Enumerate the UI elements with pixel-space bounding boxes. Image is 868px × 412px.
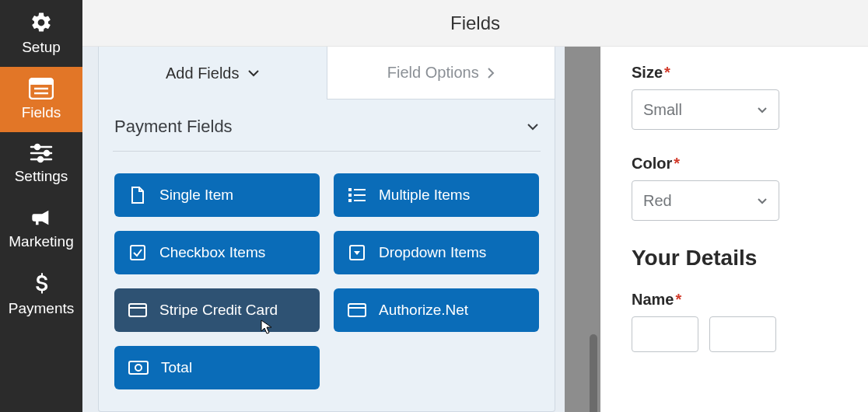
field-single-item[interactable]: Single Item	[114, 173, 320, 217]
chevron-right-icon	[487, 67, 495, 79]
scrollbar-thumb[interactable]	[590, 334, 597, 412]
select-value: Red	[643, 192, 672, 210]
required-indicator: *	[674, 155, 680, 172]
sidebar-item-label: Marketing	[9, 233, 73, 250]
section-payment-fields[interactable]: Payment Fields	[113, 112, 541, 152]
svg-rect-11	[354, 189, 366, 190]
dropdown-icon	[348, 245, 366, 260]
dollar-icon	[33, 272, 49, 295]
field-checkbox-items[interactable]: Checkbox Items	[114, 231, 320, 274]
svg-rect-21	[348, 304, 366, 316]
list-icon	[29, 78, 54, 100]
label-size: Size*	[632, 64, 837, 82]
label-color: Color*	[632, 155, 837, 173]
sliders-icon	[30, 143, 53, 163]
credit-card-icon	[128, 303, 147, 317]
svg-rect-16	[131, 246, 145, 260]
svg-rect-10	[348, 188, 352, 191]
topbar: Fields	[82, 0, 868, 47]
sidebar-item-label: Payments	[9, 300, 74, 317]
select-value: Small	[643, 101, 682, 119]
field-multiple-items[interactable]: Multiple Items	[334, 173, 539, 217]
chevron-down-icon	[757, 197, 768, 204]
field-stripe-credit-card[interactable]: Stripe Credit Card	[114, 288, 320, 332]
tab-add-fields[interactable]: Add Fields	[99, 47, 327, 100]
label-name: Name*	[632, 291, 837, 309]
field-total[interactable]: Total	[114, 346, 320, 389]
bullhorn-icon	[30, 207, 53, 229]
input-last-name[interactable]	[709, 316, 776, 352]
chevron-down-icon	[527, 123, 539, 131]
svg-point-24	[135, 365, 142, 371]
sidebar-item-marketing[interactable]: Marketing	[0, 196, 82, 261]
field-color: Color* Red	[632, 155, 837, 221]
sidebar-item-setup[interactable]: Setup	[0, 0, 82, 67]
file-icon	[128, 187, 147, 204]
field-label: Single Item	[159, 187, 233, 204]
field-label: Dropdown Items	[379, 244, 486, 261]
svg-rect-23	[129, 361, 148, 374]
field-size: Size* Small	[632, 64, 837, 130]
svg-point-5	[35, 145, 40, 149]
field-label: Multiple Items	[379, 187, 470, 204]
field-authorize-net[interactable]: Authorize.Net	[334, 288, 539, 332]
money-icon	[128, 361, 149, 375]
svg-rect-13	[354, 194, 366, 196]
field-name: Name*	[632, 291, 837, 352]
sidebar-item-fields[interactable]: Fields	[0, 67, 82, 132]
chevron-down-icon	[757, 106, 768, 113]
field-label: Stripe Credit Card	[159, 302, 278, 319]
sidebar-item-payments[interactable]: Payments	[0, 261, 82, 328]
page-title: Fields	[450, 12, 500, 34]
select-color[interactable]: Red	[632, 180, 779, 221]
cursor-icon	[261, 319, 273, 335]
builder-tabs: Add Fields Field Options	[99, 47, 555, 100]
chevron-down-icon	[247, 69, 260, 77]
svg-rect-14	[348, 199, 352, 202]
tab-label: Add Fields	[166, 65, 240, 82]
field-label: Authorize.Net	[379, 302, 468, 319]
list-icon	[348, 188, 366, 202]
builder-panel: Add Fields Field Options	[82, 47, 565, 412]
main: Fields Add Fields Field Options	[82, 0, 868, 412]
sidebar-item-label: Setup	[22, 39, 61, 56]
sidebar-item-label: Settings	[15, 168, 68, 185]
svg-point-7	[44, 151, 49, 155]
form-preview: Size* Small Color* Red	[600, 47, 868, 412]
svg-marker-18	[354, 251, 360, 255]
input-first-name[interactable]	[632, 316, 698, 352]
required-indicator: *	[664, 64, 670, 81]
tab-field-options[interactable]: Field Options	[327, 47, 555, 100]
sidebar: Setup Fields Settings Marketing Payments	[0, 0, 82, 412]
svg-rect-12	[348, 194, 352, 197]
field-label: Checkbox Items	[159, 244, 265, 261]
checkbox-icon	[128, 245, 147, 260]
sidebar-item-label: Fields	[22, 104, 61, 121]
credit-card-icon	[348, 303, 366, 317]
gear-icon	[30, 11, 53, 34]
select-size[interactable]: Small	[632, 89, 779, 130]
svg-rect-19	[129, 304, 146, 316]
heading-your-details: Your Details	[632, 246, 837, 271]
sidebar-item-settings[interactable]: Settings	[0, 132, 82, 196]
required-indicator: *	[675, 291, 681, 308]
field-label: Total	[161, 359, 192, 376]
tab-label: Field Options	[387, 64, 479, 82]
svg-rect-1	[30, 79, 53, 85]
divider[interactable]	[565, 47, 600, 412]
svg-point-9	[38, 157, 43, 162]
svg-rect-15	[354, 200, 366, 201]
section-title: Payment Fields	[114, 117, 233, 137]
field-dropdown-items[interactable]: Dropdown Items	[334, 231, 539, 274]
